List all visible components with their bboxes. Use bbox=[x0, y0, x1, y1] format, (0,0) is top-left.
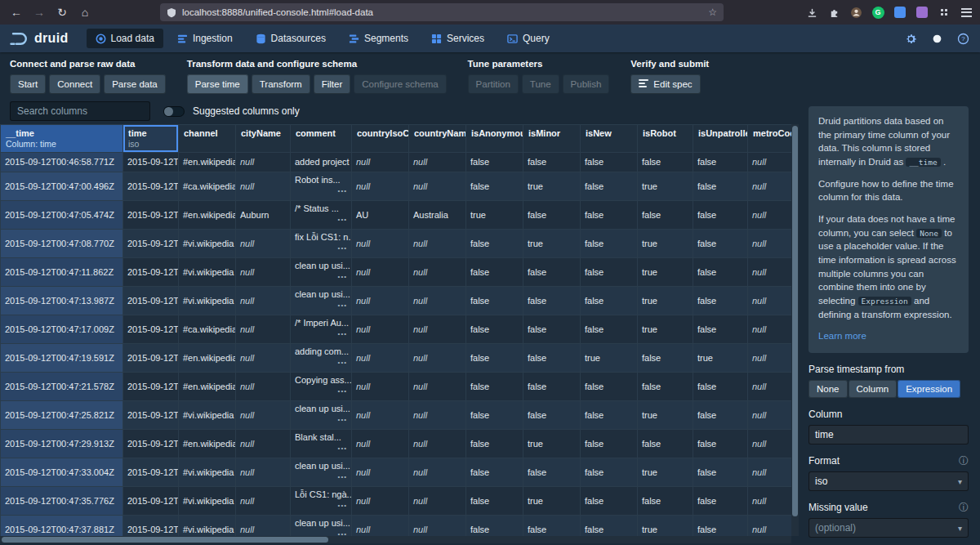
column-header-time[interactable]: timeiso bbox=[123, 125, 179, 153]
step-publish[interactable]: Publish bbox=[563, 74, 610, 94]
column-header-channel[interactable]: channel bbox=[179, 125, 236, 153]
step-partition[interactable]: Partition bbox=[468, 74, 519, 94]
table-cell: #ca.wikipedia bbox=[179, 172, 236, 200]
parse-from-none[interactable]: None bbox=[808, 380, 848, 398]
downloads-icon[interactable] bbox=[804, 5, 819, 20]
theme-icon[interactable] bbox=[929, 31, 944, 46]
column-header-comment[interactable]: comment bbox=[291, 125, 352, 153]
back-icon[interactable]: ← bbox=[7, 3, 26, 21]
table-cell: false bbox=[693, 153, 748, 172]
show-full-value-icon[interactable]: ••• bbox=[338, 356, 347, 369]
table-cell: null bbox=[352, 372, 409, 400]
search-columns-input[interactable] bbox=[10, 101, 150, 121]
show-full-value-icon[interactable]: ••• bbox=[338, 185, 347, 198]
step-filter[interactable]: Filter bbox=[314, 74, 351, 94]
table-cell: #vi.wikipedia bbox=[179, 515, 236, 536]
column-header-isrobot[interactable]: isRobot bbox=[638, 125, 693, 153]
column-header-isminor[interactable]: isMinor bbox=[523, 125, 581, 153]
grammarly-icon[interactable]: G bbox=[871, 5, 885, 20]
suggested-columns-toggle[interactable] bbox=[163, 106, 185, 117]
show-full-value-icon[interactable]: ••• bbox=[338, 413, 347, 427]
step-connect[interactable]: Connect bbox=[49, 74, 100, 94]
nav-item-segments[interactable]: Segments bbox=[340, 29, 417, 48]
table-cell: null bbox=[352, 229, 409, 257]
show-full-value-icon[interactable]: ••• bbox=[338, 442, 347, 455]
column-header-isunpatrolled[interactable]: isUnpatrolled bbox=[693, 125, 748, 153]
column-input[interactable]: time bbox=[808, 425, 969, 444]
table-cell: false bbox=[581, 372, 638, 400]
table-cell: false bbox=[466, 172, 523, 200]
format-select[interactable]: iso ▾ bbox=[808, 471, 969, 491]
forward-icon[interactable]: → bbox=[29, 3, 49, 21]
step-parse-data[interactable]: Parse data bbox=[104, 74, 166, 94]
bookmark-star-icon[interactable]: ☆ bbox=[708, 7, 717, 18]
table-cell: false bbox=[581, 515, 638, 536]
reload-icon[interactable]: ↻ bbox=[52, 3, 72, 21]
parse-from-options: NoneColumnExpression bbox=[808, 380, 969, 398]
druid-brand[interactable]: druid bbox=[10, 31, 69, 46]
settings-icon[interactable] bbox=[903, 31, 918, 46]
show-full-value-icon[interactable]: ••• bbox=[338, 242, 347, 255]
segments-icon bbox=[349, 34, 359, 44]
parse-from-expression[interactable]: Expression bbox=[898, 380, 960, 398]
show-full-value-icon[interactable]: ••• bbox=[338, 528, 347, 537]
format-value: iso bbox=[815, 476, 827, 487]
nav-item-datasources[interactable]: Datasources bbox=[247, 29, 335, 48]
vertical-scrollbar-thumb[interactable] bbox=[792, 126, 798, 516]
table-cell: Robot ins...••• bbox=[291, 172, 352, 200]
extensions-icon[interactable] bbox=[826, 5, 841, 20]
table-cell: true bbox=[693, 343, 748, 372]
vertical-scrollbar[interactable] bbox=[791, 124, 799, 536]
column-header--time[interactable]: __timeColumn: time bbox=[1, 125, 123, 153]
step-tune[interactable]: Tune bbox=[522, 74, 559, 94]
show-full-value-icon[interactable]: ••• bbox=[338, 328, 347, 341]
url-bar[interactable]: localhost:8888/unified-console.html#load… bbox=[160, 3, 724, 21]
table-cell: false bbox=[523, 372, 581, 400]
nav-item-load-data[interactable]: Load data bbox=[87, 29, 163, 48]
show-full-value-icon[interactable]: ••• bbox=[338, 499, 347, 512]
table-cell: added project bbox=[291, 153, 352, 172]
home-icon[interactable]: ⌂ bbox=[75, 3, 95, 21]
show-full-value-icon[interactable]: ••• bbox=[338, 471, 347, 484]
show-full-value-icon[interactable]: ••• bbox=[338, 299, 347, 312]
step-edit-spec[interactable]: Edit spec bbox=[630, 74, 700, 94]
extension-blue-icon[interactable] bbox=[893, 5, 907, 20]
step-parse-time[interactable]: Parse time bbox=[187, 74, 248, 94]
table-cell: #vi.wikipedia bbox=[179, 286, 236, 315]
learn-more-link[interactable]: Learn more bbox=[818, 331, 866, 341]
column-header-isnew[interactable]: isNew bbox=[581, 125, 638, 153]
table-cell: true bbox=[638, 257, 693, 286]
table-cell: null bbox=[352, 153, 409, 172]
info-icon[interactable]: ⓘ bbox=[959, 456, 969, 466]
step-configure-schema[interactable]: Configure schema bbox=[354, 74, 446, 94]
table-cell: clean up usi...••• bbox=[291, 515, 352, 536]
nav-item-services[interactable]: Services bbox=[422, 29, 493, 48]
show-full-value-icon[interactable]: ••• bbox=[338, 213, 347, 226]
horizontal-scrollbar[interactable] bbox=[0, 536, 791, 543]
account-icon[interactable] bbox=[849, 5, 863, 20]
show-full-value-icon[interactable]: ••• bbox=[338, 270, 347, 284]
nav-item-label: Services bbox=[447, 33, 484, 44]
parse-from-column[interactable]: Column bbox=[849, 380, 898, 398]
nav-item-ingestion[interactable]: Ingestion bbox=[168, 29, 242, 48]
nav-item-query[interactable]: Query bbox=[498, 29, 559, 48]
help-icon[interactable]: ? bbox=[956, 31, 970, 46]
extension-purple-icon[interactable] bbox=[915, 5, 929, 20]
step-start[interactable]: Start bbox=[10, 74, 46, 94]
column-header-countryname[interactable]: countryName bbox=[409, 125, 466, 153]
column-header-isanonymous[interactable]: isAnonymous bbox=[466, 125, 523, 153]
table-cell: false bbox=[466, 486, 523, 515]
shield-icon[interactable] bbox=[167, 7, 176, 18]
table-row: 2015-09-12T00:47:05.474Z2015-09-12T...#e… bbox=[1, 200, 799, 229]
show-full-value-icon[interactable]: ••• bbox=[338, 385, 347, 398]
column-header-cityname[interactable]: cityName bbox=[236, 125, 291, 153]
info-icon[interactable]: ⓘ bbox=[959, 503, 969, 512]
code-chip: __time bbox=[906, 158, 940, 167]
column-header-countryisocode[interactable]: countryIsoCode bbox=[352, 125, 409, 153]
apps-grid-icon[interactable] bbox=[937, 5, 951, 20]
horizontal-scrollbar-thumb[interactable] bbox=[2, 537, 328, 543]
table-cell: false bbox=[523, 257, 581, 286]
missing-value-select[interactable]: (optional) ▾ bbox=[808, 518, 969, 538]
menu-icon[interactable] bbox=[959, 5, 973, 20]
step-transform[interactable]: Transform bbox=[252, 74, 310, 94]
